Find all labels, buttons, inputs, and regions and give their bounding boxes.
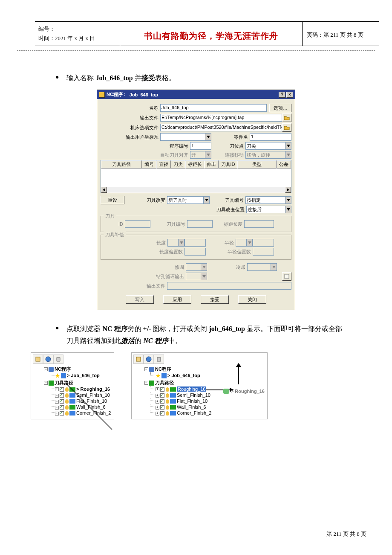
plus-icon[interactable]: + <box>55 400 59 404</box>
tree-item-semi[interactable]: +Semi_Finish_10 <box>150 392 265 398</box>
accept-button[interactable]: 接受 <box>201 295 229 304</box>
tp3-label: Flat_Finish_10 <box>76 398 107 404</box>
plus-icon[interactable]: + <box>156 387 159 391</box>
bullet1-bold: 接受 <box>141 74 155 81</box>
plus-icon[interactable]: + <box>156 394 159 398</box>
toolbar-button-2[interactable] <box>43 355 53 364</box>
tree-item-flat[interactable]: +Flat_Finish_10 <box>150 398 265 404</box>
tree-node-nc[interactable]: −NC程序 > Job_646_top <box>139 366 265 379</box>
nc-program-dialog: NC程序 : Job_646_top ? × 名称 Job_646_top 选项… <box>97 90 295 310</box>
ucs-label: 输出用户坐标系 <box>101 134 160 140</box>
toolchange-dropdown[interactable]: 新刀具时 <box>167 196 210 204</box>
header-divider <box>17 50 375 51</box>
tree-toolbar <box>33 355 112 364</box>
explorer-tree-left[interactable]: −NC程序 > Job_646_top −刀具路径 +> Roughing_16… <box>31 352 114 420</box>
plus-icon[interactable]: + <box>156 400 159 404</box>
toolbar-button-1[interactable] <box>33 355 43 364</box>
browse-machopt-button[interactable] <box>282 123 291 132</box>
toolpath-icon <box>69 411 75 416</box>
svg-rect-1 <box>36 357 40 361</box>
options-button[interactable]: 选项... <box>269 104 291 112</box>
tree-item-flat[interactable]: +Flat_Finish_10 <box>50 398 112 404</box>
help-button[interactable]: ? <box>279 92 285 98</box>
partname-input[interactable]: 1 <box>250 133 291 141</box>
tool-comp-title: 刀具补偿 <box>104 232 126 238</box>
plus-icon[interactable]: + <box>55 406 59 410</box>
reset-button[interactable]: 重设 <box>101 196 124 204</box>
machopt-input[interactable]: C:/dcam/product/PMPost3520/file/MachineS… <box>160 124 282 131</box>
toolno-dropdown[interactable]: 按指定 <box>245 196 291 204</box>
plus-icon[interactable]: + <box>55 412 59 416</box>
close-dialog-button[interactable]: 关闭 <box>238 295 266 304</box>
tree-item-wall[interactable]: +Wall_Finish_6 <box>50 404 112 410</box>
tree-node-nc[interactable]: −NC程序 > Job_646_top <box>39 366 112 379</box>
tree-item-roughing[interactable]: +> Roughing_16 <box>50 386 112 392</box>
edit-button[interactable] <box>282 272 291 281</box>
outfile-input[interactable]: E:/Temp/NcPrograms/%[ncprogram].tap <box>160 114 282 122</box>
minus-icon[interactable]: − <box>44 367 48 371</box>
scroll-right-button[interactable] <box>285 187 291 193</box>
b2k: 中。 <box>168 337 182 344</box>
toolpath-group-icon <box>49 381 54 386</box>
nc-root-label: NC程序 <box>55 366 71 372</box>
col-number[interactable]: 编号 <box>142 160 156 169</box>
tree-item-semi[interactable]: +Semi_Finish_10 <box>50 392 112 398</box>
tree-item-corner[interactable]: +Corner_Finish_2 <box>50 410 112 416</box>
plus-icon[interactable]: + <box>156 412 159 416</box>
plus-icon[interactable]: + <box>55 394 59 398</box>
grid-header: 刀具路径 编号 直径 刀尖 标距长 伸出 刀具ID 类型 公差 <box>101 160 291 169</box>
partname-label: 零件名 <box>211 134 250 140</box>
toolbar-button-1[interactable] <box>133 355 144 364</box>
b2h: 激活 <box>121 337 135 344</box>
dialog-titlebar[interactable]: NC程序 : Job_646_top ? × <box>97 90 295 99</box>
toolbar-button-2[interactable] <box>144 355 154 364</box>
toolbar-button-3[interactable] <box>154 355 164 364</box>
plus-icon[interactable]: + <box>156 406 159 410</box>
col-diameter[interactable]: 直径 <box>156 160 171 169</box>
toolpath-icon <box>170 387 176 392</box>
tree-node-toolpath[interactable]: −刀具路径 +Roughing_16 +Semi_Finish_10 +Flat… <box>139 379 265 416</box>
chevron-down-icon <box>205 151 211 158</box>
name-input[interactable]: Job_646_top <box>160 104 267 112</box>
tp5-label: Corner_Finish_2 <box>177 410 211 416</box>
toolbar-button-3[interactable] <box>53 355 63 364</box>
col-toolpath[interactable]: 刀具路径 <box>101 160 142 169</box>
explorer-tree-right[interactable]: > Roughing_16 −NC程序 > Job_646_top −刀具路径 … <box>131 352 268 420</box>
b2i: 的 <box>135 337 143 344</box>
machopt-label: 机床选项文件 <box>101 125 160 131</box>
minus-icon[interactable]: − <box>144 381 148 385</box>
toolpath-grid[interactable]: 刀具路径 编号 直径 刀尖 标距长 伸出 刀具ID 类型 公差 <box>101 160 291 193</box>
minus-icon[interactable]: − <box>144 367 148 371</box>
plus-icon[interactable]: + <box>55 387 59 391</box>
toolpath-group-icon <box>149 381 154 386</box>
tree-node-toolpath[interactable]: −刀具路径 +> Roughing_16 +Semi_Finish_10 +Fl… <box>39 379 112 416</box>
col-gauge[interactable]: 标距长 <box>185 160 204 169</box>
col-type[interactable]: 类型 <box>237 160 277 169</box>
svg-rect-5 <box>136 357 141 361</box>
page-header: 编号： 时间：2021 年 x 月 x 日 书山有路勤为径，学海无涯苦作舟 页码… <box>35 21 379 46</box>
tree-item-corner[interactable]: +Corner_Finish_2 <box>150 410 265 416</box>
col-tip[interactable]: 刀尖 <box>171 160 185 169</box>
trash-icon <box>156 356 162 362</box>
len-dropdown <box>167 239 184 247</box>
horizontal-scrollbar[interactable] <box>101 187 291 193</box>
browse-outfile-button[interactable] <box>282 113 291 122</box>
col-overhang[interactable]: 伸出 <box>204 160 219 169</box>
tree-node-job[interactable]: > Job_646_top <box>50 372 112 379</box>
ucs-dropdown[interactable] <box>160 133 211 141</box>
star-icon <box>55 373 60 378</box>
folder-open-icon <box>284 115 290 120</box>
apply-button[interactable]: 应用 <box>163 295 191 304</box>
toolchangepos-dropdown[interactable]: 连接后 <box>246 206 291 213</box>
tree-item-roughing[interactable]: +Roughing_16 <box>150 386 265 392</box>
progno-input[interactable]: 1 <box>190 142 211 150</box>
close-button[interactable]: × <box>286 92 293 98</box>
col-tolerance[interactable]: 公差 <box>277 160 291 169</box>
col-toolid[interactable]: 刀具ID <box>219 160 237 169</box>
minus-icon[interactable]: − <box>44 381 48 385</box>
chevron-down-icon <box>285 142 291 149</box>
tree-item-wall[interactable]: +Wall_Finish_6 <box>150 404 265 410</box>
toolpt-dropdown[interactable]: 刀尖 <box>245 142 291 150</box>
scroll-left-button[interactable] <box>101 187 107 193</box>
tree-node-job[interactable]: > Job_646_top <box>150 372 265 379</box>
